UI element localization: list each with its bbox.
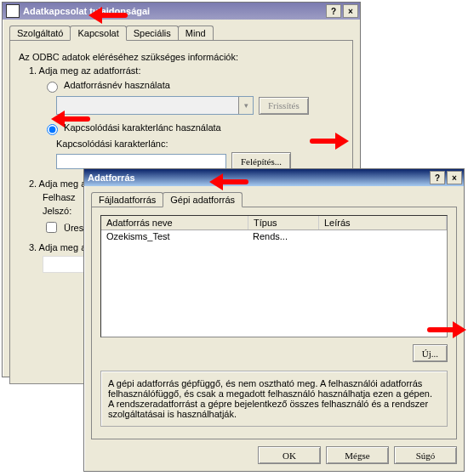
col-desc[interactable]: Leírás: [319, 216, 447, 230]
tab-connection[interactable]: Kapcsolat: [70, 26, 126, 41]
tab-machine-dsn[interactable]: Gépi adatforrás: [163, 192, 243, 207]
cell-name: Ozekisms_Test: [101, 230, 248, 242]
blank-password-label: Üres: [64, 223, 83, 233]
tab-all[interactable]: Mind: [178, 26, 214, 40]
odbc-heading: Az ODBC adatok eléréséhez szükséges info…: [19, 52, 344, 62]
col-name[interactable]: Adatforrás neve: [101, 216, 248, 230]
chevron-down-icon: [238, 97, 253, 114]
window1-title: Adatkapcsolat tulajdonságai: [23, 6, 150, 16]
window1-titlebar: Adatkapcsolat tulajdonságai ? ×: [3, 3, 360, 20]
col-type[interactable]: Típus: [248, 216, 319, 230]
list-header: Adatforrás neve Típus Leírás: [101, 216, 447, 230]
connstring-input[interactable]: [56, 154, 226, 169]
close-button-2[interactable]: ×: [447, 171, 462, 184]
cancel-button[interactable]: Mégse: [326, 446, 389, 464]
tab-advanced[interactable]: Speciális: [126, 26, 179, 40]
info-text: A gépi adatforrás gépfüggő, és nem oszth…: [100, 371, 448, 427]
window2-title: Adatforrás: [88, 173, 135, 183]
step1-label: 1. Adja meg az adatforrást:: [29, 65, 344, 76]
user-label: Felhasz: [43, 192, 85, 202]
radio-use-connstring[interactable]: [47, 124, 58, 135]
build-button[interactable]: Felépítés...: [231, 152, 291, 170]
ok-button[interactable]: OK: [258, 446, 321, 464]
help-button[interactable]: ?: [326, 4, 341, 18]
new-button[interactable]: Új...: [413, 344, 448, 362]
blank-password-checkbox[interactable]: [46, 222, 57, 233]
window2-titlebar: Adatforrás ? ×: [84, 169, 464, 186]
radio-use-dsn[interactable]: [47, 82, 58, 93]
radio-use-dsn-label: Adatforrásnév használata: [64, 80, 170, 90]
close-button[interactable]: ×: [343, 4, 358, 18]
help-bottom-button[interactable]: Súgó: [394, 446, 457, 464]
list-item[interactable]: Ozekisms_Test Rends...: [101, 230, 447, 242]
tab-provider[interactable]: Szolgáltató: [9, 26, 71, 40]
password-label: Jelszó:: [43, 206, 85, 216]
datasource-list[interactable]: Adatforrás neve Típus Leírás Ozekisms_Te…: [100, 215, 448, 337]
tabs1: Szolgáltató Kapcsolat Speciális Mind: [9, 26, 353, 41]
connstring-label: Kapcsolódási karakterlánc:: [56, 139, 344, 149]
radio-connstring-label: Kapcsolódási karakterlánc használata: [64, 122, 221, 133]
cell-desc: [317, 230, 447, 242]
tab-file-dsn[interactable]: Fájladatforrás: [91, 192, 163, 207]
cell-type: Rends...: [248, 230, 317, 242]
dsn-combo[interactable]: [56, 96, 254, 115]
refresh-button[interactable]: Frissítés: [259, 97, 309, 115]
app-icon: [6, 4, 20, 18]
tabs2: Fájladatforrás Gépi adatforrás: [91, 192, 457, 207]
help-button-2[interactable]: ?: [430, 171, 445, 184]
